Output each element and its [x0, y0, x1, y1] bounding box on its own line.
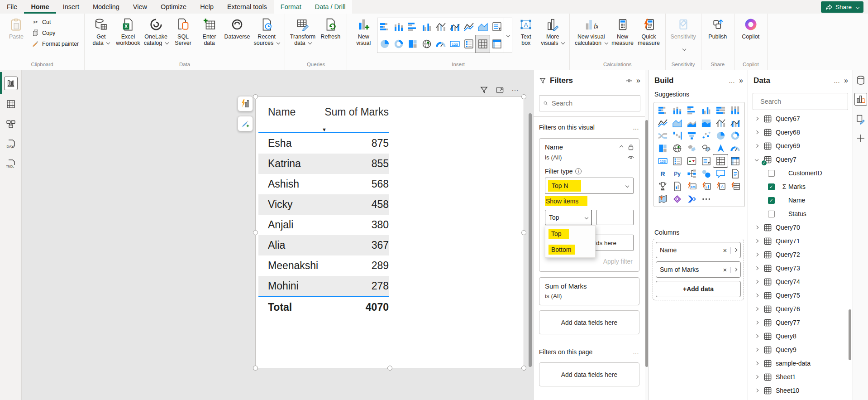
filters-preview-eye-icon[interactable]	[625, 77, 633, 84]
resize-handle[interactable]	[387, 366, 392, 371]
gallery-visual-treemap[interactable]	[405, 35, 420, 53]
suggestion-scatter[interactable]	[699, 129, 713, 142]
suggestion-column-100[interactable]	[728, 104, 742, 116]
suggestion-combo[interactable]	[713, 116, 728, 129]
lock-icon[interactable]	[627, 144, 634, 151]
filters-on-page-more-icon[interactable]: …	[633, 348, 639, 356]
gallery-visual-pie[interactable]	[377, 35, 391, 53]
remove-field-icon[interactable]: ×	[723, 246, 727, 254]
format-painter-button[interactable]: Format painter	[30, 39, 81, 48]
menu-item-bottom[interactable]: Bottom	[545, 241, 595, 257]
chevron-right-icon[interactable]	[753, 335, 761, 337]
checkbox-name[interactable]: ✓	[768, 197, 775, 204]
table-query8[interactable]: Query8	[748, 329, 853, 343]
suggestion-donut[interactable]	[728, 129, 742, 142]
build-more-icon[interactable]: …	[729, 77, 735, 84]
gallery-visual-clustered-column[interactable]	[420, 18, 434, 35]
menu-tab-view[interactable]: View	[126, 0, 154, 14]
collapse-card-icon[interactable]	[620, 145, 623, 149]
gallery-visual-stacked-bar[interactable]	[377, 18, 391, 35]
filter-type-dropdown[interactable]: Top N	[545, 178, 634, 194]
eye-icon[interactable]	[627, 154, 634, 161]
resize-handle[interactable]	[521, 230, 526, 235]
suggestion-narrative[interactable]	[728, 167, 742, 180]
suggestion-combo2[interactable]	[728, 116, 742, 129]
gallery-visual-table[interactable]	[476, 35, 490, 53]
resize-handle[interactable]	[253, 230, 258, 235]
gallery-visual-combo[interactable]	[434, 18, 448, 35]
resize-handle[interactable]	[253, 366, 258, 371]
suggestion-table[interactable]	[713, 154, 728, 167]
suggestion-bar-100[interactable]	[713, 104, 728, 116]
table-query67[interactable]: Query67	[748, 112, 853, 125]
gallery-visual-area[interactable]	[476, 18, 490, 35]
table-query77[interactable]: Query77	[748, 316, 853, 329]
field-pill-sum-of-marks[interactable]: Sum of Marks×|	[656, 261, 741, 278]
new-measure-button[interactable]: Newmeasure	[610, 15, 635, 46]
filters-on-visual-more-icon[interactable]: …	[633, 124, 639, 131]
suggestion-stacked-column[interactable]	[670, 104, 684, 116]
filters-scrollbar-thumb[interactable]	[645, 120, 648, 367]
rail-build-visual-button[interactable]	[854, 93, 867, 106]
gallery-visual-clustered-bar[interactable]	[405, 18, 420, 35]
field-options-icon[interactable]	[734, 248, 737, 252]
chevron-right-icon[interactable]	[753, 267, 761, 270]
table-query74[interactable]: Query74	[748, 275, 853, 289]
chevron-right-icon[interactable]	[753, 308, 761, 310]
checkbox-customerid[interactable]	[768, 170, 775, 177]
field-name[interactable]: ✓Name	[748, 193, 853, 207]
build-collapse-icon[interactable]: »	[739, 77, 743, 85]
table-query75[interactable]: Query75	[748, 289, 853, 302]
new-visual-button[interactable]: Newvisual	[351, 15, 376, 46]
suggestion-pie[interactable]	[713, 129, 728, 142]
table-query73[interactable]: Query73	[748, 261, 853, 275]
cut-button[interactable]: ✂Cut	[30, 17, 81, 27]
suggestion-map-globe[interactable]	[670, 142, 684, 154]
field-customerid[interactable]: CustomerID	[748, 166, 853, 180]
resize-handle[interactable]	[521, 366, 526, 371]
table-visual[interactable]: NameSum of Marks▼Esha875Katrina855Ashish…	[255, 96, 524, 368]
canvas-scrollbar-thumb[interactable]	[529, 113, 532, 367]
resize-handle[interactable]	[253, 94, 258, 99]
sidebar-dax-view[interactable]: DAX	[4, 137, 18, 151]
add-fields-visual-dropzone[interactable]: Add data fields here	[539, 310, 639, 334]
chevron-right-icon[interactable]	[753, 145, 761, 147]
report-canvas[interactable]: … NameSum of Marks▼Esha875Katrina855Ashi…	[22, 70, 533, 400]
recent-sources-button[interactable]: Recentsources	[253, 15, 281, 46]
chevron-right-icon[interactable]	[753, 131, 761, 134]
menu-tab-data-drill[interactable]: Data / Drill	[308, 0, 353, 14]
suggestion-quick-a[interactable]: A	[713, 180, 728, 193]
chevron-right-icon[interactable]	[753, 389, 761, 392]
paste-button[interactable]: Paste	[4, 15, 29, 46]
suggestion-filled-map[interactable]	[684, 142, 699, 154]
gallery-visual-map-globe[interactable]	[420, 35, 434, 53]
data-search[interactable]	[753, 93, 848, 110]
suggestion-matrix[interactable]	[728, 154, 742, 167]
field-options-icon[interactable]	[734, 268, 737, 271]
visual-filter-icon[interactable]	[480, 86, 488, 94]
menu-tab-insert[interactable]: Insert	[56, 0, 86, 14]
share-button[interactable]: Share	[821, 1, 863, 13]
chevron-right-icon[interactable]	[753, 294, 761, 297]
column-header-sum-of-marks[interactable]: Sum of Marks	[324, 106, 389, 124]
filter-card-sum-of-marks[interactable]: Sum of Marks is (All)	[539, 277, 639, 305]
suggestion-python[interactable]: Py	[670, 167, 684, 180]
gallery-visual-multi-row-card[interactable]	[462, 35, 476, 53]
sidebar-tmdl-view[interactable]: TMDL	[4, 157, 18, 171]
filters-scrollbar[interactable]	[645, 70, 649, 400]
excel-workbook-button[interactable]: XExcelworkbook	[114, 15, 142, 46]
visual-more-options-icon[interactable]: …	[511, 86, 519, 94]
suggestion-loop[interactable]	[670, 193, 684, 205]
publish-button[interactable]: Publish	[705, 15, 730, 46]
gallery-visual-card-123[interactable]: 123	[448, 35, 462, 53]
suggestion-multi-row-card[interactable]	[670, 154, 684, 167]
menu-tab-external-tools[interactable]: External tools	[220, 0, 274, 14]
onelake-catalog-button[interactable]: OneLakecatalog	[143, 15, 170, 46]
refresh-button[interactable]: Refresh	[318, 15, 343, 46]
quick-measure-button[interactable]: Quickmeasure	[636, 15, 662, 46]
focus-mode-icon[interactable]	[496, 86, 504, 94]
table-query76[interactable]: Query76	[748, 302, 853, 316]
menu-tab-home[interactable]: Home	[24, 0, 56, 14]
suggestion-quick-grid[interactable]	[728, 180, 742, 193]
suggestion-clustered-bar[interactable]	[684, 104, 699, 116]
